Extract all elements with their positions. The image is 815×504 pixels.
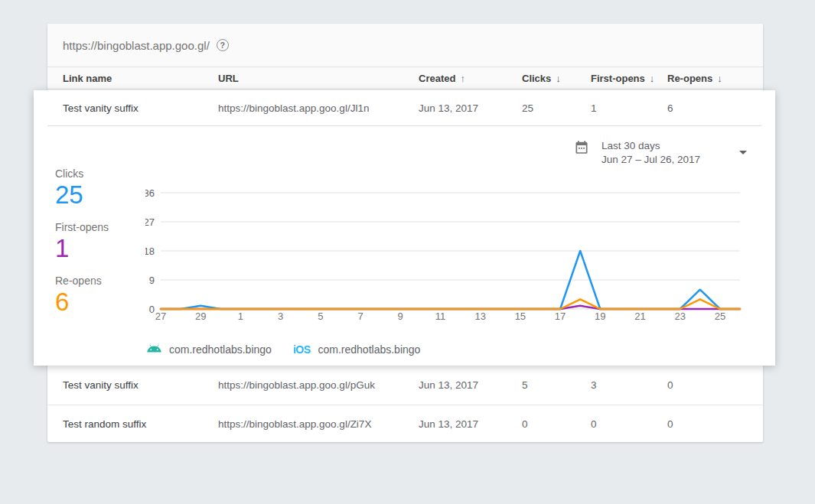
column-label: URL — [218, 73, 239, 84]
svg-text:27: 27 — [145, 216, 155, 228]
re-opens-count: 0 — [667, 379, 748, 391]
link-url: https://bingoblast.app.goo.gl/Jl1n — [218, 102, 419, 114]
svg-text:29: 29 — [195, 311, 206, 322]
svg-text:15: 15 — [515, 311, 526, 322]
column-header-created[interactable]: Created ↑ — [419, 73, 522, 84]
svg-text:11: 11 — [435, 311, 446, 322]
first-opens-count: 0 — [591, 418, 667, 430]
column-label: Created — [419, 73, 455, 84]
column-header-re-opens[interactable]: Re-opens ↓ — [667, 73, 748, 84]
clicks-count: 25 — [522, 102, 591, 114]
svg-text:5: 5 — [318, 311, 323, 322]
re-opens-count: 0 — [667, 418, 748, 430]
column-label: Re-opens — [667, 73, 712, 84]
legend-label: com.redhotlabs.bingo — [318, 343, 421, 356]
created-date: Jun 13, 2017 — [419, 379, 522, 391]
table-header-row: Link name URL Created ↑ Clicks ↓ First-o… — [47, 67, 763, 89]
sort-desc-icon: ↓ — [556, 73, 561, 84]
created-date: Jun 13, 2017 — [419, 418, 522, 430]
svg-text:17: 17 — [555, 311, 566, 322]
svg-text:1: 1 — [238, 311, 243, 322]
date-range-text: Last 30 days Jun 27 – Jul 26, 2017 — [601, 139, 700, 167]
clicks-count: 0 — [522, 418, 591, 430]
svg-text:7: 7 — [357, 311, 363, 322]
column-header-first-opens[interactable]: First-opens ↓ — [591, 73, 667, 84]
sort-asc-icon: ↑ — [460, 73, 465, 84]
link-name: Test random suffix — [63, 418, 218, 430]
column-header-url[interactable]: URL — [218, 73, 419, 84]
created-date: Jun 13, 2017 — [419, 102, 522, 114]
clicks-count: 5 — [522, 379, 591, 391]
android-icon — [147, 343, 161, 356]
chart-legend: com.redhotlabs.bingo iOS com.redhotlabs.… — [147, 343, 420, 356]
legend-label: com.redhotlabs.bingo — [169, 343, 272, 356]
column-label: First-opens — [591, 73, 645, 84]
svg-text:23: 23 — [674, 311, 685, 322]
svg-text:3: 3 — [278, 311, 283, 322]
table-row[interactable]: Test vanity suffix https://bingoblast.ap… — [47, 366, 763, 405]
analytics-line-chart: 091827362729135791113151719212325 — [145, 184, 754, 329]
sort-desc-icon: ↓ — [717, 73, 722, 84]
column-label: Clicks — [522, 73, 551, 84]
sort-desc-icon: ↓ — [650, 73, 655, 84]
svg-text:25: 25 — [715, 311, 725, 322]
chevron-down-icon[interactable] — [739, 151, 747, 154]
calendar-icon — [574, 139, 589, 167]
svg-text:21: 21 — [634, 311, 645, 322]
link-name: Test vanity suffix — [63, 102, 218, 114]
first-opens-count: 3 — [591, 379, 667, 391]
svg-text:19: 19 — [595, 311, 605, 322]
re-opens-stat-label: Re-opens — [55, 274, 109, 288]
svg-text:18: 18 — [145, 245, 155, 257]
legend-item-ios: iOS com.redhotlabs.bingo — [293, 343, 421, 356]
legend-item-android: com.redhotlabs.bingo — [147, 343, 272, 356]
svg-text:9: 9 — [398, 311, 403, 322]
date-range-label: Last 30 days — [601, 139, 700, 153]
first-opens-stat-label: First-opens — [55, 220, 109, 234]
first-opens-stat-value: 1 — [55, 234, 109, 263]
clicks-stat-label: Clicks — [55, 167, 109, 180]
table-row[interactable]: Test random suffix https://bingoblast.ap… — [47, 405, 763, 442]
svg-text:13: 13 — [474, 311, 485, 322]
link-analytics-panel: Test vanity suffix https://bingoblast.ap… — [34, 90, 775, 366]
date-range-selector[interactable]: Last 30 days Jun 27 – Jul 26, 2017 — [574, 139, 700, 167]
svg-text:9: 9 — [149, 275, 155, 286]
domain-header: https://bingoblast.app.goo.gl/ ? — [47, 24, 763, 67]
svg-text:36: 36 — [145, 187, 155, 199]
link-url: https://bingoblast.app.goo.gl/pGuk — [218, 379, 419, 391]
table-row-expanded[interactable]: Test vanity suffix https://bingoblast.ap… — [47, 90, 761, 126]
first-opens-count: 1 — [591, 102, 667, 114]
ios-icon: iOS — [293, 343, 311, 356]
date-range-value: Jun 27 – Jul 26, 2017 — [601, 153, 700, 167]
svg-text:0: 0 — [149, 304, 155, 315]
stats-summary: Clicks 25 First-opens 1 Re-opens 6 — [55, 167, 109, 327]
column-header-link-name[interactable]: Link name — [63, 73, 218, 84]
domain-url: https://bingoblast.app.goo.gl/ — [63, 39, 210, 52]
series-re-opens — [161, 299, 740, 309]
help-icon[interactable]: ? — [217, 39, 229, 51]
clicks-stat-value: 25 — [55, 180, 109, 210]
column-header-clicks[interactable]: Clicks ↓ — [522, 73, 591, 84]
svg-text:27: 27 — [155, 311, 166, 322]
re-opens-count: 6 — [667, 102, 746, 114]
re-opens-stat-value: 6 — [55, 288, 109, 317]
column-label: Link name — [63, 73, 112, 84]
link-url: https://bingoblast.app.goo.gl/Zi7X — [218, 418, 419, 430]
link-name: Test vanity suffix — [63, 379, 218, 391]
